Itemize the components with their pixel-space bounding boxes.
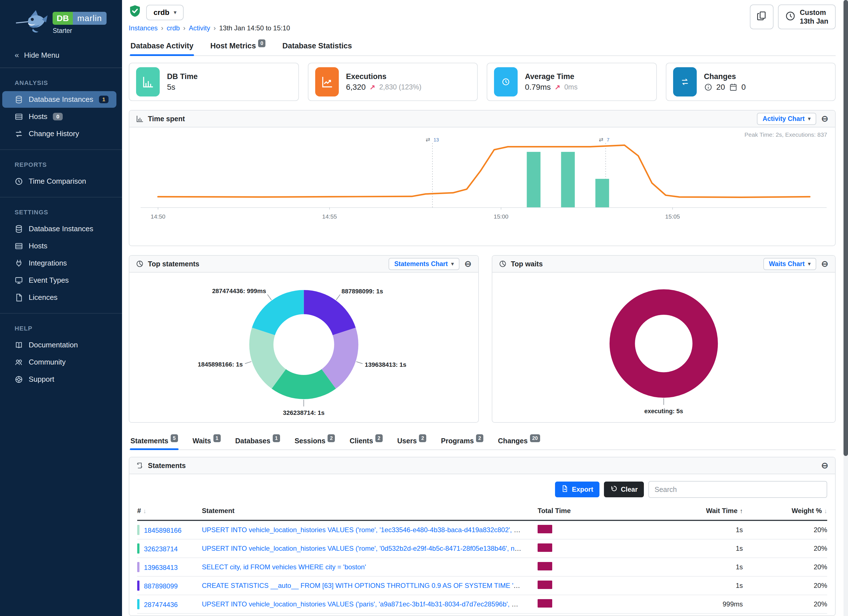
time-range-button[interactable]: Custom 13th Jan [778, 4, 836, 29]
collapse-panel-icon[interactable]: ⊖ [821, 114, 828, 123]
detail-tab-sessions[interactable]: Sessions2 [294, 434, 336, 450]
column-header-[interactable]: #↓ [137, 507, 202, 515]
time-range-date: 13th Jan [800, 17, 828, 25]
collapse-panel-icon[interactable]: ⊖ [821, 461, 828, 470]
column-header-total-time[interactable]: Total Time [538, 507, 653, 515]
total-time-bar [538, 525, 552, 533]
breadcrumb: Instances›crdb›Activity›13th Jan 14:50 t… [129, 24, 290, 32]
waits-donut-chart[interactable]: executing: 5s [492, 273, 835, 422]
tab-database-statistics[interactable]: Database Statistics [282, 38, 353, 55]
wait-time-value: 1s [653, 563, 743, 571]
kpi-value: 0.79ms [525, 83, 551, 92]
statement-link[interactable]: UPSERT INTO vehicle_location_histories V… [202, 545, 538, 552]
kpi-label: Executions [346, 72, 421, 81]
statement-id-link[interactable]: 287474436 [144, 601, 178, 609]
tab-database-activity[interactable]: Database Activity [130, 38, 194, 55]
pie-chart-icon [136, 260, 144, 267]
breadcrumb-link-activity[interactable]: Activity [189, 24, 210, 32]
waits-chart-select[interactable]: Waits Chart ▾ [763, 258, 816, 270]
detail-tab-statements[interactable]: Statements5 [130, 434, 179, 450]
trend-up-icon: ↗ [555, 83, 560, 91]
breadcrumb-link-instances[interactable]: Instances [129, 24, 158, 32]
sidebar-item-time-comparison[interactable]: Time Comparison [0, 173, 116, 190]
sidebar-item-licences[interactable]: Licences [0, 289, 116, 306]
sidebar-item-change-history[interactable]: Change History [0, 125, 116, 142]
collapse-icon: « [15, 50, 19, 59]
table-row: 887898099CREATE STATISTICS __auto__ FROM… [137, 577, 827, 595]
activity-chart-label: Activity Chart [762, 115, 805, 123]
sidebar-item-documentation[interactable]: Documentation [0, 337, 116, 353]
svg-text:⇄: ⇄ [426, 137, 430, 142]
detail-tab-clients[interactable]: Clients2 [349, 434, 383, 450]
collapse-panel-icon[interactable]: ⊖ [821, 260, 828, 268]
statement-id-link[interactable]: 326238714 [144, 545, 178, 553]
detail-tab-changes[interactable]: Changes20 [497, 434, 541, 450]
statement-link[interactable]: UPSERT INTO vehicle_location_histories V… [202, 600, 538, 608]
sidebar-item-community[interactable]: Community [0, 354, 116, 370]
sidebar-item-database-instances[interactable]: Database Instances1 [2, 91, 116, 108]
sidebar-section-settings: SETTINGSDatabase InstancesHostsIntegrati… [0, 197, 122, 314]
detail-tab-programs[interactable]: Programs2 [440, 434, 484, 450]
activity-line-chart[interactable]: 14:5014:5515:0015:05⇄13⇄7 [129, 128, 836, 233]
main-content: crdb ▾ Instances›crdb›Activity›13th Jan … [122, 0, 848, 616]
sidebar-item-support[interactable]: Support [0, 371, 116, 387]
instance-selector[interactable]: crdb ▾ [146, 5, 184, 20]
detail-tab-waits[interactable]: Waits1 [192, 434, 221, 450]
count-badge: 2 [328, 434, 335, 442]
statement-link[interactable]: UPSERT INTO vehicle_location_histories V… [202, 526, 538, 534]
column-header-weight[interactable]: Weight %↓ [743, 507, 827, 515]
scrollbar[interactable] [844, 0, 848, 616]
exchange-icon [15, 130, 23, 138]
search-input[interactable] [648, 481, 827, 498]
export-button[interactable]: Export [555, 482, 599, 497]
tab-label: Statements [130, 437, 168, 445]
statement-id-link[interactable]: 139638413 [144, 564, 178, 571]
statements-chart-select[interactable]: Statements Chart ▾ [388, 258, 459, 270]
chevron-down-icon: ▾ [808, 261, 811, 267]
weight-value: 20% [743, 526, 827, 534]
brand-logo[interactable]: DB marlin Starter [0, 0, 122, 44]
kpi-card-executions: Executions6,320↗2,830 (123%) [308, 63, 478, 101]
statement-link[interactable]: SELECT city, id FROM vehicles WHERE city… [202, 563, 366, 571]
collapse-panel-icon[interactable]: ⊖ [464, 260, 471, 268]
activity-chart-select[interactable]: Activity Chart ▾ [757, 113, 816, 125]
top-waits-title: Top waits [511, 260, 543, 268]
hide-menu-button[interactable]: « Hide Menu [0, 44, 122, 68]
detail-tab-databases[interactable]: Databases1 [235, 434, 280, 450]
kpi-delta: 2,830 (123%) [379, 83, 421, 91]
tab-host-metrics[interactable]: Host Metrics0 [210, 38, 266, 55]
sidebar-item-database-instances[interactable]: Database Instances [0, 221, 116, 237]
detail-tab-users[interactable]: Users2 [397, 434, 427, 450]
column-label: # [137, 507, 141, 515]
sidebar-item-hosts[interactable]: Hosts [0, 237, 116, 254]
kpi-card-db-time: DB Time5s [129, 63, 299, 101]
sidebar-item-event-types[interactable]: Event Types [0, 272, 116, 289]
plan-label: Starter [53, 27, 106, 35]
line-chart-icon [315, 67, 339, 96]
peak-note: Peak Time: 2s, Executions: 837 [744, 131, 827, 138]
scrollbar-thumb[interactable] [844, 0, 848, 456]
bar-chart-icon [136, 115, 144, 122]
breadcrumb-link-crdb[interactable]: crdb [167, 24, 180, 32]
copy-link-button[interactable] [750, 4, 774, 29]
sidebar-item-integrations[interactable]: Integrations [0, 255, 116, 272]
statements-donut-chart[interactable]: 887898099: 1s139638413: 1s326238714: 1s1… [129, 273, 478, 422]
sort-desc-icon[interactable]: ↓ [143, 508, 146, 515]
tab-label: Databases [235, 437, 270, 445]
clear-button[interactable]: Clear [604, 482, 644, 497]
statement-id-link[interactable]: 1845898166 [144, 527, 181, 534]
sort-asc-icon[interactable]: ↑ [740, 508, 743, 515]
sort-desc-icon[interactable]: ↓ [824, 508, 827, 515]
svg-text:13: 13 [434, 137, 439, 142]
statement-id-link[interactable]: 887898099 [144, 582, 178, 590]
sidebar-item-hosts[interactable]: Hosts0 [0, 108, 116, 125]
kpi-label: Changes [704, 72, 746, 81]
top-statements-chart: 887898099: 1s139638413: 1s326238714: 1s1… [129, 273, 478, 422]
sidebar-section-analysis: ANALYSISDatabase Instances1Hosts0Change … [0, 68, 122, 150]
column-header-wait-time[interactable]: Wait Time↑ [653, 507, 743, 515]
statement-color-bar [137, 525, 139, 535]
column-header-statement[interactable]: Statement [202, 507, 538, 515]
svg-text:1845898166: 1s: 1845898166: 1s [198, 361, 243, 368]
table-row: 287474436UPSERT INTO vehicle_location_hi… [137, 595, 827, 614]
statement-link[interactable]: CREATE STATISTICS __auto__ FROM [63] WIT… [202, 582, 528, 589]
